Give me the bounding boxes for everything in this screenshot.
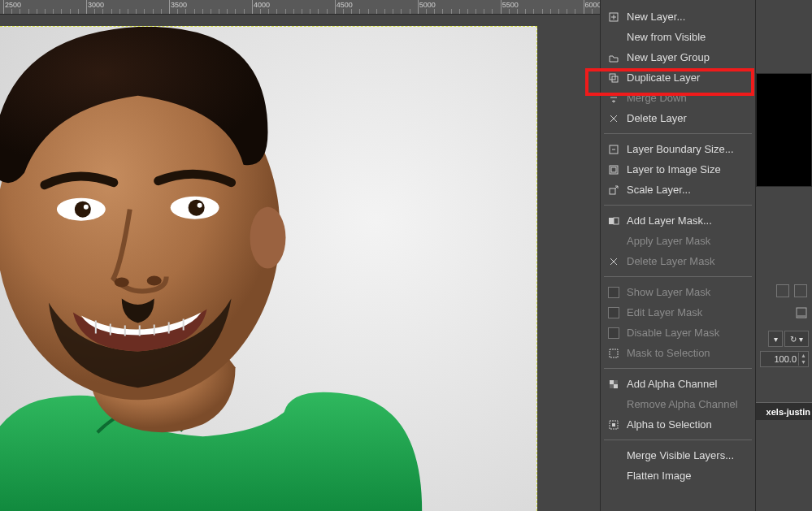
svg-rect-21 bbox=[610, 380, 614, 384]
history-dropdown[interactable]: ↻ ▾ bbox=[784, 331, 809, 347]
mode-dropdown[interactable]: ▾ bbox=[768, 331, 783, 347]
configure-icon[interactable] bbox=[796, 307, 807, 318]
menu-item-flatten-image[interactable]: Flatten Image bbox=[601, 466, 755, 486]
ruler-tick-label: 3000 bbox=[88, 1, 104, 9]
menu-item-delete-layer[interactable]: Delete Layer bbox=[601, 108, 755, 128]
menu-item-label: Apply Layer Mask bbox=[627, 235, 747, 247]
tool-icon[interactable] bbox=[776, 284, 789, 297]
layer-group-icon bbox=[607, 51, 620, 64]
menu-item-scale-layer[interactable]: Scale Layer... bbox=[601, 180, 755, 200]
blank-icon bbox=[607, 449, 620, 462]
menu-item-show-layer-mask: Show Layer Mask bbox=[601, 282, 755, 302]
svg-rect-26 bbox=[612, 423, 615, 427]
svg-rect-24 bbox=[610, 384, 614, 388]
checkbox-icon bbox=[607, 306, 620, 319]
menu-item-add-layer-mask[interactable]: Add Layer Mask... bbox=[601, 210, 755, 231]
svg-point-10 bbox=[147, 276, 162, 286]
duplicate-icon bbox=[607, 71, 620, 84]
alpha-icon bbox=[607, 378, 620, 391]
navigation-preview[interactable] bbox=[756, 73, 812, 187]
menu-item-mask-to-selection: Mask to Selection bbox=[601, 343, 755, 363]
canvas-area[interactable] bbox=[0, 15, 600, 511]
dock-tool-row bbox=[756, 284, 812, 302]
tool-icon[interactable] bbox=[794, 284, 807, 297]
ruler-tick-label: 4000 bbox=[254, 1, 270, 9]
menu-item-label: Layer to Image Size bbox=[627, 163, 747, 175]
opacity-value: 100.0 bbox=[761, 354, 798, 364]
spinner-arrows-icon[interactable]: ▲▼ bbox=[798, 353, 808, 366]
layer-context-menu: New Layer...New from VisibleNew Layer Gr… bbox=[600, 0, 756, 511]
menu-item-label: Delete Layer Mask bbox=[627, 255, 747, 267]
alpha-sel-icon bbox=[607, 418, 620, 431]
svg-point-5 bbox=[75, 201, 91, 218]
menu-item-apply-layer-mask: Apply Layer Mask bbox=[601, 231, 755, 251]
menu-item-layer-boundary-size[interactable]: Layer Boundary Size... bbox=[601, 139, 755, 159]
menu-item-disable-layer-mask: Disable Layer Mask bbox=[601, 323, 755, 343]
to-image-icon bbox=[607, 163, 620, 176]
svg-rect-23 bbox=[614, 380, 618, 384]
menu-item-label: Show Layer Mask bbox=[627, 286, 747, 298]
menu-item-duplicate-layer[interactable]: Duplicate Layer bbox=[601, 67, 755, 88]
menu-item-merge-down: Merge Down bbox=[601, 88, 755, 108]
scale-icon bbox=[607, 184, 620, 197]
blank-icon bbox=[607, 398, 620, 411]
menu-item-label: New from Visible bbox=[627, 31, 747, 43]
menu-item-alpha-to-selection[interactable]: Alpha to Selection bbox=[601, 414, 755, 435]
menu-item-label: Delete Layer bbox=[627, 112, 747, 124]
opacity-spinner[interactable]: 100.0 ▲▼ bbox=[760, 351, 809, 367]
menu-item-label: Remove Alpha Channel bbox=[627, 398, 747, 410]
svg-point-8 bbox=[198, 203, 202, 208]
active-layer-name[interactable]: xels-justin bbox=[756, 402, 812, 420]
new-layer-icon bbox=[607, 11, 620, 24]
menu-separator bbox=[604, 440, 752, 440]
menu-item-add-alpha-channel[interactable]: Add Alpha Channel bbox=[601, 374, 755, 394]
menu-item-label: Scale Layer... bbox=[627, 184, 747, 196]
mask-add-icon bbox=[607, 214, 620, 227]
menu-item-label: New Layer... bbox=[627, 11, 747, 23]
boundary-icon bbox=[607, 143, 620, 156]
menu-item-label: Disable Layer Mask bbox=[627, 327, 747, 339]
svg-rect-19 bbox=[614, 218, 619, 224]
menu-separator bbox=[604, 133, 752, 134]
menu-item-layer-to-image-size[interactable]: Layer to Image Size bbox=[601, 159, 755, 180]
svg-rect-22 bbox=[614, 384, 618, 388]
menu-item-label: Add Alpha Channel bbox=[627, 378, 747, 390]
menu-item-new-from-visible[interactable]: New from Visible bbox=[601, 27, 755, 47]
menu-item-new-layer[interactable]: New Layer... bbox=[601, 6, 755, 27]
layer-filename-fragment: xels-justin bbox=[766, 407, 810, 417]
svg-point-7 bbox=[84, 205, 89, 210]
svg-point-9 bbox=[115, 278, 129, 288]
svg-rect-20 bbox=[610, 349, 618, 357]
menu-item-label: Layer Boundary Size... bbox=[627, 143, 747, 155]
menu-item-new-layer-group[interactable]: New Layer Group bbox=[601, 47, 755, 67]
menu-item-remove-alpha-channel: Remove Alpha Channel bbox=[601, 394, 755, 414]
menu-item-label: Mask to Selection bbox=[627, 347, 747, 359]
ruler-tick-label: 5500 bbox=[502, 1, 519, 9]
menu-item-label: Edit Layer Mask bbox=[627, 306, 747, 318]
image-canvas[interactable] bbox=[0, 26, 537, 511]
menu-item-label: Merge Down bbox=[627, 92, 747, 104]
menu-separator bbox=[604, 368, 752, 369]
checkbox-icon bbox=[607, 286, 620, 299]
menu-item-delete-layer-mask: Delete Layer Mask bbox=[601, 251, 755, 271]
menu-item-label: New Layer Group bbox=[627, 51, 747, 63]
ruler-tick-label: 5000 bbox=[419, 1, 436, 9]
opacity-row: 100.0 ▲▼ bbox=[756, 349, 812, 369]
menu-item-label: Add Layer Mask... bbox=[627, 214, 747, 227]
blank-icon bbox=[607, 235, 620, 248]
ruler-tick-label: 4500 bbox=[337, 1, 353, 9]
right-dock: ▾ ↻ ▾ 100.0 ▲▼ xels-justin bbox=[756, 0, 812, 511]
menu-item-merge-visible-layers[interactable]: Merge Visible Layers... bbox=[601, 445, 755, 466]
blank-icon bbox=[607, 470, 620, 483]
svg-point-6 bbox=[189, 200, 205, 216]
svg-point-2 bbox=[250, 207, 286, 269]
menu-item-edit-layer-mask: Edit Layer Mask bbox=[601, 302, 755, 323]
mask-sel-icon bbox=[607, 347, 620, 360]
menu-item-label: Duplicate Layer bbox=[627, 71, 747, 84]
menu-separator bbox=[604, 205, 752, 206]
horizontal-ruler: 25003000350040004500500055006000 bbox=[0, 0, 600, 15]
blank-icon bbox=[607, 31, 620, 44]
portrait-photo bbox=[0, 27, 536, 511]
checkbox-icon bbox=[607, 327, 620, 340]
ruler-tick-label: 2500 bbox=[5, 1, 21, 9]
